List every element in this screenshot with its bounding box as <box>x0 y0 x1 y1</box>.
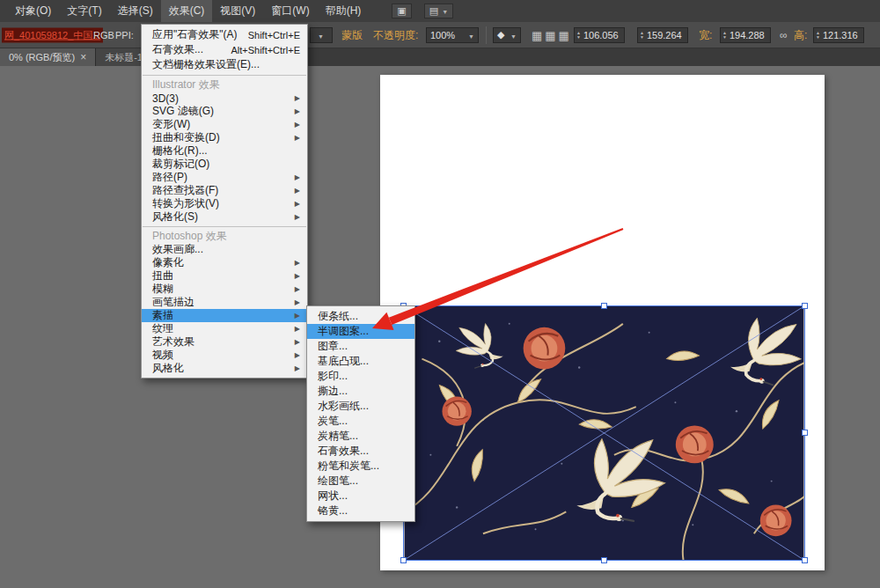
crane-flower-pattern <box>404 306 804 560</box>
selected-pattern-image[interactable] <box>403 305 805 561</box>
menu-item-texture[interactable]: 纹理▶ <box>142 322 307 335</box>
effect-style-dropdown[interactable]: ◆ <box>493 27 521 43</box>
menu-object[interactable]: 对象(O) <box>7 0 59 22</box>
workspace-switcher-icon[interactable]: ▤ <box>424 4 453 18</box>
x-position-value: 106.056 <box>583 30 619 40</box>
menu-item-label: 炭笔... <box>318 414 348 429</box>
menu-type[interactable]: 文字(T) <box>59 0 109 22</box>
menu-item-last-effect[interactable]: 石膏效果... Alt+Shift+Ctrl+E <box>142 42 307 57</box>
submenu-item-chalk-charcoal[interactable]: 粉笔和炭笔... <box>307 459 414 474</box>
submenu-item-chrome[interactable]: 铬黄... <box>307 503 414 518</box>
submenu-item-note-paper[interactable]: 便条纸... <box>307 309 414 324</box>
menu-item-crop-marks[interactable]: 裁剪标记(O) <box>142 158 307 171</box>
height-field[interactable]: 121.316 <box>813 27 864 43</box>
menu-item-pixelate[interactable]: 像素化▶ <box>142 256 307 269</box>
menu-item-svg-filters[interactable]: SVG 滤镜(G)▶ <box>142 105 307 118</box>
y-position-field[interactable]: 159.264 <box>637 27 688 43</box>
submenu-arrow-icon: ▶ <box>295 200 300 208</box>
menu-effect[interactable]: 效果(C) <box>161 0 213 22</box>
menu-item-raster-settings[interactable]: 文档栅格效果设置(E)... <box>142 57 307 72</box>
submenu-arrow-icon: ▶ <box>295 213 300 221</box>
menu-item-label: 便条纸... <box>318 309 358 324</box>
menu-item-path[interactable]: 路径(P)▶ <box>142 171 307 184</box>
sketch-submenu: 便条纸... 半调图案... 图章... 基底凸现... 影印... 撕边...… <box>306 305 415 522</box>
menu-help[interactable]: 帮助(H) <box>318 0 370 22</box>
linked-file-name[interactable]: 网_401059812_中国... <box>2 27 103 42</box>
selection-handle[interactable] <box>400 557 407 563</box>
menu-item-stylize-ps[interactable]: 风格化▶ <box>142 362 307 375</box>
menu-item-label: 3D(3) <box>152 92 179 105</box>
submenu-arrow-icon: ▶ <box>295 364 300 372</box>
ppi-label: PPI: <box>115 30 134 40</box>
menu-separator <box>143 226 306 227</box>
menu-item-label: 水彩画纸... <box>318 399 369 414</box>
menu-item-distort-ps[interactable]: 扭曲▶ <box>142 269 307 283</box>
submenu-arrow-icon: ▶ <box>295 338 300 346</box>
menu-select[interactable]: 选择(S) <box>110 0 161 22</box>
close-icon[interactable]: × <box>80 48 86 66</box>
selection-handle[interactable] <box>802 303 808 309</box>
submenu-item-torn-edges[interactable]: 撕边... <box>307 384 414 399</box>
document-grid-icons[interactable]: ▦▦▦ <box>532 28 572 41</box>
submenu-item-stamp[interactable]: 图章... <box>307 339 414 354</box>
chevron-down-icon <box>314 30 324 40</box>
menu-item-warp[interactable]: 变形(W)▶ <box>142 118 307 131</box>
menu-item-artistic[interactable]: 艺术效果▶ <box>142 335 307 349</box>
menu-item-pathfinder[interactable]: 路径查找器(F)▶ <box>142 184 307 197</box>
canvas-area[interactable] <box>0 66 880 588</box>
menu-item-effect-gallery[interactable]: 效果画廊... <box>142 243 307 256</box>
menu-item-blur[interactable]: 模糊▶ <box>142 283 307 296</box>
selection-handle[interactable] <box>802 557 808 563</box>
opacity-label[interactable]: 不透明度: <box>373 27 418 42</box>
selection-handle[interactable] <box>601 303 607 309</box>
stepper-icon[interactable] <box>722 31 727 40</box>
menu-item-distort-transform[interactable]: 扭曲和变换(D)▶ <box>142 131 307 144</box>
menubar-app-icons: ▣ ▤ <box>392 4 453 18</box>
x-position-field[interactable]: 106.056 <box>574 27 625 43</box>
selection-handle[interactable] <box>601 557 607 563</box>
submenu-arrow-icon: ▶ <box>295 94 300 102</box>
width-field[interactable]: 194.288 <box>720 27 771 43</box>
mask-button[interactable]: 蒙版 <box>341 27 363 42</box>
menu-item-apply-last-effect[interactable]: 应用"石膏效果"(A) Shift+Ctrl+E <box>142 27 307 42</box>
bridge-icon[interactable]: ▣ <box>392 4 411 18</box>
menubar: 对象(O) 文字(T) 选择(S) 效果(C) 视图(V) 窗口(W) 帮助(H… <box>0 0 880 22</box>
submenu-arrow-icon: ▶ <box>295 187 300 195</box>
menu-item-label: 半调图案... <box>318 324 369 339</box>
menu-view[interactable]: 视图(V) <box>212 0 263 22</box>
style-dropdown[interactable] <box>310 27 333 43</box>
width-label: 宽: <box>699 27 712 42</box>
submenu-item-bas-relief[interactable]: 基底凸现... <box>307 354 414 369</box>
submenu-item-halftone-pattern[interactable]: 半调图案... <box>307 324 414 339</box>
menu-item-stylize-ai[interactable]: 风格化(S)▶ <box>142 210 307 224</box>
stepper-icon[interactable] <box>576 31 581 40</box>
menu-item-3d[interactable]: 3D(3)▶ <box>142 92 307 105</box>
color-mode-label: RGB <box>93 30 114 40</box>
submenu-arrow-icon: ▶ <box>295 285 300 293</box>
menu-item-rasterize[interactable]: 栅格化(R)... <box>142 144 307 158</box>
constrain-proportions-icon[interactable]: ∞ <box>780 29 788 41</box>
opacity-value: 100% <box>430 30 455 40</box>
submenu-item-reticulation[interactable]: 网状... <box>307 489 414 503</box>
submenu-item-plaster[interactable]: 石膏效果... <box>307 444 414 459</box>
menu-item-brush-strokes[interactable]: 画笔描边▶ <box>142 296 307 309</box>
submenu-item-photocopy[interactable]: 影印... <box>307 369 414 384</box>
stepper-icon[interactable] <box>816 31 820 40</box>
submenu-arrow-icon: ▶ <box>295 298 300 306</box>
opacity-dropdown[interactable]: 100% <box>426 27 479 43</box>
menu-item-video[interactable]: 视频▶ <box>142 349 307 362</box>
submenu-arrow-icon: ▶ <box>295 325 300 333</box>
submenu-item-conte-crayon[interactable]: 炭精笔... <box>307 429 414 444</box>
selection-handle[interactable] <box>802 430 808 436</box>
document-tab-1[interactable]: 0% (RGB/预览) × <box>0 48 96 66</box>
stepper-icon[interactable] <box>640 31 644 40</box>
menu-item-label: 风格化(S) <box>152 209 198 224</box>
menu-item-label: 文档栅格效果设置(E)... <box>152 57 260 72</box>
menu-item-sketch[interactable]: 素描▶ <box>142 309 307 322</box>
submenu-item-charcoal[interactable]: 炭笔... <box>307 414 414 429</box>
menu-item-convert-to-shape[interactable]: 转换为形状(V)▶ <box>142 197 307 210</box>
submenu-item-graphic-pen[interactable]: 绘图笔... <box>307 474 414 489</box>
submenu-item-water-paper[interactable]: 水彩画纸... <box>307 399 414 414</box>
menu-window[interactable]: 窗口(W) <box>263 0 317 22</box>
menu-item-label: 影印... <box>318 369 348 384</box>
